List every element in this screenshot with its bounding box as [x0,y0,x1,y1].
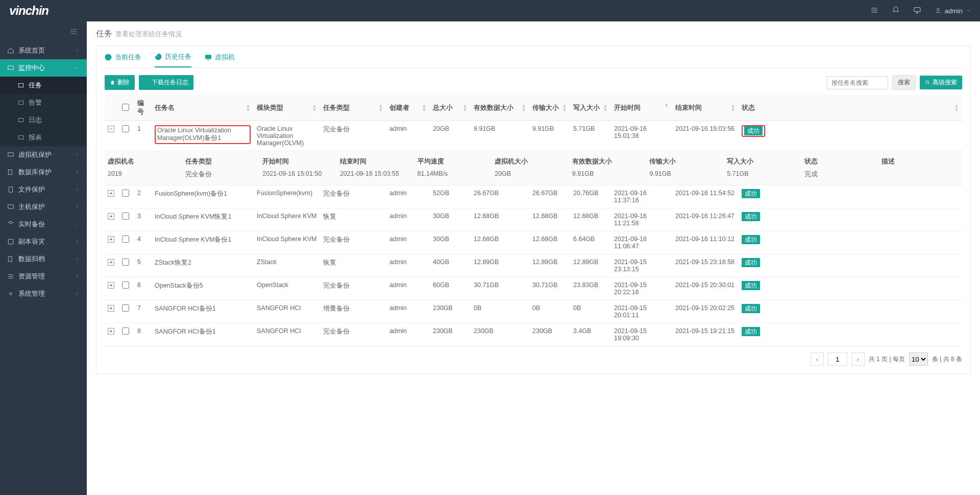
col-valid[interactable]: 有效数据大小▲▼ [471,95,529,121]
svg-point-1 [937,8,939,11]
sidebar-item-6[interactable]: 实时备份 [0,216,87,233]
col-total[interactable]: 总大小▲▼ [430,95,471,121]
user-menu[interactable]: admin [935,7,971,15]
pager-info: 共 1 页 | 每页 [869,355,905,364]
sidebar-item-10[interactable]: 系统管理 [0,285,87,302]
table-row: +4InCloud Sphere KVM备份1InCloud Sphere KV… [105,231,962,254]
bell-icon[interactable] [892,6,900,16]
row-checkbox[interactable] [122,327,129,335]
row-checkbox[interactable] [122,213,129,220]
sidebar-item-5[interactable]: 主机保护 [0,198,87,216]
row-checkbox[interactable] [122,281,129,289]
expand-toggle[interactable]: + [108,305,114,312]
cell-status: 成功 [739,121,962,151]
table-row: −1Oracle Linux Virtualization Manager(OL… [105,121,962,151]
cell-name: ZStack恢复2 [152,254,254,277]
cell-status: 成功 [739,254,962,277]
table-row: +8SANGFOR HCI备份1SANGFOR HCI完全备份admin230G… [105,323,962,346]
advanced-search-button[interactable]: 高级搜索 [920,76,962,89]
sidebar-item-4[interactable]: 文件保护 [0,181,87,198]
table-row: +2FusionSphere(kvm)备份1FusionSphere(kvm)完… [105,185,962,208]
svg-rect-5 [18,136,23,139]
detail-row: 虚拟机名任务类型开始时间结束时间平均速度虚拟机大小有效数据大小传输大小写入大小状… [105,151,962,185]
svg-rect-2 [18,84,23,87]
cell-name: InCloud Sphere KVM恢复1 [152,208,254,231]
page-title: 任务查看处理系统任务情况 [96,29,971,39]
cell-name: OpenStack备份5 [152,277,254,300]
pager-total: 条 | 共 8 条 [932,355,962,364]
tab-2[interactable]: 虚拟机 [205,52,235,67]
cell-status: 成功 [739,208,962,231]
pager-prev[interactable]: ‹ [811,352,824,366]
download-log-button[interactable]: 下载任务日志 [139,75,193,90]
brand-logo: vinchin [9,4,48,18]
pager-per-page[interactable]: 10 [909,352,928,366]
expand-toggle[interactable]: + [108,328,114,335]
expand-toggle[interactable]: + [108,213,114,220]
sidebar-item-8[interactable]: 数据归档 [0,250,87,268]
table-row: +3InCloud Sphere KVM恢复1InCloud Sphere KV… [105,208,962,231]
sidebar-item-7[interactable]: 副本容灾 [0,233,87,250]
svg-point-6 [926,81,929,84]
list-icon[interactable] [870,6,878,16]
table-row: +6OpenStack备份5OpenStack完全备份admin60GB30.7… [105,277,962,300]
expand-toggle[interactable]: + [108,259,114,266]
col-module[interactable]: 模块类型▲▼ [254,95,320,121]
col-trans[interactable]: 传输大小▲▼ [529,95,570,121]
tab-0[interactable]: 当前任务 [105,52,141,67]
search-input[interactable] [827,76,888,89]
cell-status: 成功 [739,323,962,346]
cell-status: 成功 [739,185,962,208]
delete-button[interactable]: 删除 [105,75,135,90]
sidebar-item-3[interactable]: 数据库保护 [0,163,87,181]
col-start[interactable]: 开始时间▼ [611,95,672,121]
sidebar-toggle[interactable] [0,21,87,42]
col-index[interactable]: 编号 [134,95,152,121]
cell-status: 成功 [739,300,962,323]
svg-rect-3 [18,101,23,105]
pager-next[interactable]: › [851,352,865,366]
sidebar-sub-1-3[interactable]: 报表 [0,129,87,146]
cell-name: SANGFOR HCI备份1 [152,323,254,346]
sidebar-item-9[interactable]: 资源管理 [0,268,87,285]
sidebar-sub-1-2[interactable]: 日志 [0,111,87,129]
row-checkbox[interactable] [122,235,129,243]
cell-name: Oracle Linux Virtualization Manager(OLVM… [152,121,254,151]
col-status[interactable]: 状态▲▼ [739,95,962,121]
tab-1[interactable]: 历史任务 [155,52,191,67]
cell-name: SANGFOR HCI备份1 [152,300,254,323]
monitor-icon[interactable] [913,6,921,16]
row-checkbox[interactable] [122,190,129,197]
cell-status: 成功 [739,231,962,254]
table-row: +5ZStack恢复2ZStack恢复admin40GB12.89GB12.89… [105,254,962,277]
expand-toggle[interactable]: + [108,236,114,243]
row-checkbox[interactable] [122,125,129,132]
expand-toggle[interactable]: + [108,190,114,197]
col-write[interactable]: 写入大小▲▼ [570,95,611,121]
sidebar-sub-1-0[interactable]: 任务 [0,77,87,94]
row-checkbox[interactable] [122,304,129,312]
sidebar-item-2[interactable]: 虚拟机保护 [0,146,87,163]
col-end[interactable]: 结束时间▲▼ [672,95,739,121]
expand-toggle[interactable]: + [108,282,114,289]
sidebar-item-0[interactable]: 系统首页 [0,42,87,59]
cell-name: FusionSphere(kvm)备份1 [152,185,254,208]
row-checkbox[interactable] [122,258,129,266]
search-button[interactable]: 搜索 [892,75,916,90]
sidebar-sub-1-1[interactable]: 告警 [0,94,87,111]
sidebar-item-1[interactable]: 监控中心 [0,59,87,77]
select-all-checkbox[interactable] [122,104,129,111]
col-type[interactable]: 任务类型▲▼ [320,95,386,121]
pager-page-input[interactable] [828,352,847,366]
cell-status: 成功 [739,277,962,300]
expand-toggle[interactable]: − [108,126,114,132]
svg-rect-4 [18,119,23,122]
cell-name: InCloud Sphere KVM备份1 [152,231,254,254]
svg-rect-0 [914,7,920,11]
col-name[interactable]: 任务名▲▼ [152,95,254,121]
table-row: +7SANGFOR HCI备份1SANGFOR HCI增量备份admin230G… [105,300,962,323]
col-creator[interactable]: 创建者▲▼ [386,95,430,121]
